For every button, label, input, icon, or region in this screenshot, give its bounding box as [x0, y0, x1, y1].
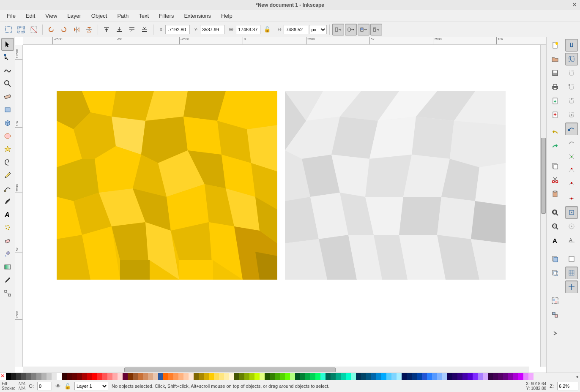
color-swatch[interactable]	[133, 373, 138, 380]
color-swatch[interactable]	[397, 373, 402, 380]
color-swatch[interactable]	[381, 373, 386, 380]
snap-midpoint-icon[interactable]	[565, 192, 578, 205]
color-swatch[interactable]	[194, 373, 199, 380]
color-swatch[interactable]	[138, 373, 143, 380]
layer-lock-icon[interactable]: 🔓	[64, 383, 71, 389]
color-swatch[interactable]	[234, 373, 239, 380]
open-doc-icon[interactable]	[549, 53, 561, 65]
color-swatch[interactable]	[168, 373, 173, 380]
color-swatch[interactable]	[265, 373, 270, 380]
menu-edit[interactable]: Edit	[22, 11, 39, 21]
lower-icon[interactable]	[139, 24, 150, 35]
palette-menu-icon[interactable]: ◄	[574, 374, 580, 379]
color-swatch[interactable]	[346, 373, 351, 380]
text-tool-icon[interactable]: A	[1, 208, 14, 221]
rotate-ccw-icon[interactable]	[45, 24, 57, 35]
rect-tool-icon[interactable]	[1, 103, 14, 116]
snap-bbox-corner-icon[interactable]	[565, 81, 578, 93]
color-swatch[interactable]	[427, 373, 432, 380]
color-swatch[interactable]	[483, 373, 488, 380]
y-input[interactable]	[200, 25, 224, 34]
color-swatch[interactable]	[36, 373, 41, 380]
color-swatch[interactable]	[11, 373, 16, 380]
color-swatch[interactable]	[280, 373, 285, 380]
flip-v-icon[interactable]	[83, 24, 95, 35]
color-swatch[interactable]	[412, 373, 417, 380]
snap-toggle-icon[interactable]	[565, 39, 578, 52]
color-swatch[interactable]	[199, 373, 204, 380]
color-swatch[interactable]	[518, 373, 523, 380]
import-icon[interactable]	[549, 95, 561, 107]
menu-path[interactable]: Path	[113, 11, 133, 21]
color-swatch[interactable]	[290, 373, 295, 380]
snap-smooth-node-icon[interactable]	[565, 178, 578, 191]
color-swatch[interactable]	[407, 373, 412, 380]
measure-tool-icon[interactable]	[1, 90, 14, 103]
color-swatch[interactable]	[163, 373, 168, 380]
color-swatch[interactable]	[41, 373, 47, 380]
layer-visibility-icon[interactable]: 👁	[55, 383, 61, 389]
color-swatch[interactable]	[82, 373, 87, 380]
color-swatch[interactable]	[153, 373, 158, 380]
no-color-swatch[interactable]	[0, 373, 6, 380]
snap-bbox-edge-icon[interactable]	[565, 67, 578, 79]
color-swatch[interactable]	[31, 373, 36, 380]
lock-ratio-icon[interactable]: 🔓	[261, 24, 273, 35]
menu-text[interactable]: Text	[134, 11, 153, 21]
color-swatch[interactable]	[87, 373, 92, 380]
color-swatch[interactable]	[204, 373, 209, 380]
color-swatch[interactable]	[300, 373, 305, 380]
color-swatch[interactable]	[173, 373, 178, 380]
undo-icon[interactable]	[549, 127, 561, 140]
color-swatch[interactable]	[523, 373, 528, 380]
color-swatch[interactable]	[249, 373, 254, 380]
flip-h-icon[interactable]	[71, 24, 82, 35]
color-swatch[interactable]	[447, 373, 452, 380]
spray-tool-icon[interactable]	[1, 221, 14, 234]
export-icon[interactable]	[549, 109, 561, 121]
scale-stroke-icon[interactable]	[332, 24, 344, 35]
canvas[interactable]	[23, 45, 540, 367]
color-swatch[interactable]	[214, 373, 219, 380]
snap-object-center-icon[interactable]	[565, 206, 578, 219]
color-swatch[interactable]	[92, 373, 97, 380]
snap-node-icon[interactable]	[565, 122, 578, 135]
color-swatch[interactable]	[503, 373, 508, 380]
color-swatch[interactable]	[295, 373, 300, 380]
redo-icon[interactable]	[549, 141, 561, 154]
snap-bbox-center-icon[interactable]	[565, 109, 578, 121]
color-swatch[interactable]	[118, 373, 123, 380]
color-swatch[interactable]	[239, 373, 244, 380]
pencil-tool-icon[interactable]	[1, 169, 14, 182]
snap-bbox-midpoint-icon[interactable]	[565, 95, 578, 107]
clone-icon[interactable]	[549, 267, 561, 279]
calligraphy-tool-icon[interactable]	[1, 195, 14, 208]
color-swatch[interactable]	[305, 373, 310, 380]
color-swatch[interactable]	[402, 373, 407, 380]
color-swatch[interactable]	[508, 373, 513, 380]
select-all-layers-icon[interactable]	[3, 24, 14, 35]
yellow-voronoi-image[interactable]	[57, 91, 277, 280]
close-icon[interactable]: ✕	[572, 2, 577, 8]
color-swatch[interactable]	[326, 373, 331, 380]
color-swatch[interactable]	[336, 373, 341, 380]
eraser-tool-icon[interactable]	[1, 234, 14, 247]
color-swatch[interactable]	[219, 373, 224, 380]
opacity-input[interactable]	[37, 382, 52, 390]
dropper-tool-icon[interactable]	[1, 274, 14, 286]
color-swatch[interactable]	[77, 373, 82, 380]
color-swatch[interactable]	[417, 373, 422, 380]
color-swatch[interactable]	[285, 373, 290, 380]
color-swatch[interactable]	[528, 373, 533, 380]
snap-page-border-icon[interactable]	[565, 253, 578, 265]
snap-intersection-icon[interactable]	[565, 150, 578, 163]
color-swatch[interactable]	[351, 373, 356, 380]
color-swatch[interactable]	[254, 373, 260, 380]
duplicate-icon[interactable]	[549, 253, 561, 265]
color-swatch[interactable]	[57, 373, 62, 380]
chevron-right-icon[interactable]	[549, 327, 561, 340]
color-swatch[interactable]	[275, 373, 280, 380]
color-swatch[interactable]	[498, 373, 503, 380]
connector-tool-icon[interactable]	[1, 287, 14, 299]
color-swatch[interactable]	[493, 373, 498, 380]
